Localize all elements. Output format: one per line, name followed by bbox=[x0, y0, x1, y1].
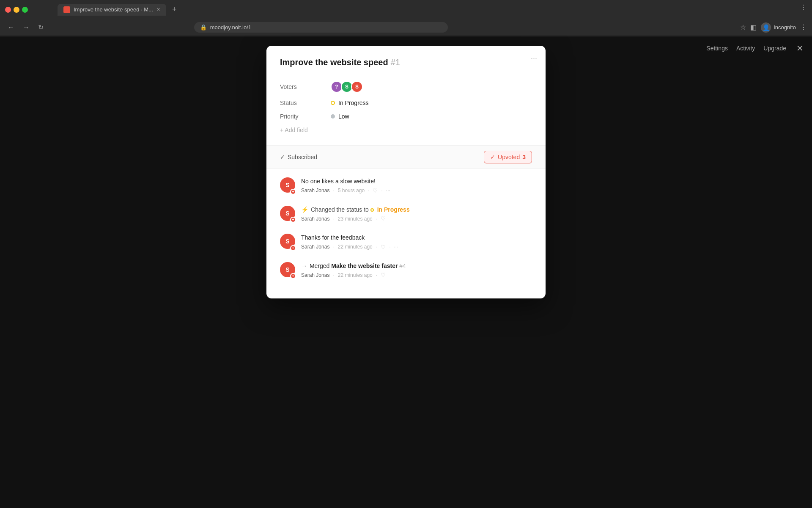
voters-field-row: Voters ? S S bbox=[280, 77, 532, 96]
subscribed-button[interactable]: ✓ Subscribed bbox=[280, 154, 317, 160]
tab-bar: Improve the website speed · M... ✕ + bbox=[52, 3, 186, 16]
tab-title: Improve the website speed · M... bbox=[74, 6, 153, 13]
merged-number: #4 bbox=[399, 262, 406, 269]
incognito-avatar: 👤 bbox=[761, 22, 771, 33]
avatar-wrap-4: S bbox=[280, 262, 295, 279]
dot-9: · bbox=[333, 272, 334, 278]
fields-section: Voters ? S S Status In Progress bbox=[266, 77, 546, 145]
modal-title: Improve the website speed#1 bbox=[280, 58, 532, 67]
top-nav: Settings Activity Upgrade ✕ bbox=[698, 37, 812, 59]
settings-nav-item[interactable]: Settings bbox=[706, 45, 728, 52]
lock-icon: 🔒 bbox=[200, 24, 207, 30]
activity-meta-4: Sarah Jonas · 22 minutes ago · ♡ bbox=[301, 272, 532, 278]
more-button-3[interactable]: ··· bbox=[394, 244, 398, 250]
activity-time-2: 23 minutes ago bbox=[338, 216, 373, 222]
minimize-button[interactable] bbox=[14, 7, 19, 13]
like-button-4[interactable]: ♡ bbox=[381, 272, 386, 278]
upvoted-label: Upvoted bbox=[498, 154, 520, 160]
voter-avatar-3: S bbox=[351, 81, 363, 93]
avatar-wrap-1: S bbox=[280, 177, 295, 194]
avatar-wrap-3: S bbox=[280, 234, 295, 250]
upvoted-button[interactable]: ✓ Upvoted 3 bbox=[484, 151, 532, 163]
new-tab-button[interactable]: + bbox=[168, 3, 181, 16]
nav-right: ☆ ◧ 👤 Incognito ⋮ bbox=[740, 22, 807, 33]
status-change-value: In Progress bbox=[377, 206, 410, 213]
activity-author-1: Sarah Jonas bbox=[301, 188, 329, 193]
activity-time-3: 22 minutes ago bbox=[338, 244, 373, 250]
add-field-button[interactable]: + Add field bbox=[280, 123, 532, 137]
maximize-button[interactable] bbox=[22, 7, 28, 13]
like-button-2[interactable]: ♡ bbox=[381, 215, 386, 222]
tab-close-icon[interactable]: ✕ bbox=[156, 7, 160, 12]
modal-options-button[interactable]: ··· bbox=[531, 54, 537, 63]
activity-item-3: S Thanks for the feedback Sarah Jonas · … bbox=[280, 234, 532, 250]
activity-time-1: 5 hours ago bbox=[338, 188, 365, 193]
priority-dot bbox=[331, 114, 335, 119]
status-value: In Progress bbox=[331, 99, 369, 106]
like-button-3[interactable]: ♡ bbox=[381, 244, 386, 250]
activity-content-3: Thanks for the feedback Sarah Jonas · 22… bbox=[301, 234, 532, 250]
activity-author-3: Sarah Jonas bbox=[301, 244, 329, 250]
forward-button[interactable]: → bbox=[20, 22, 32, 33]
flash-icon: ⚡ bbox=[301, 206, 308, 213]
status-change-dot bbox=[370, 208, 374, 212]
priority-text: Low bbox=[338, 113, 349, 120]
activity-author-2: Sarah Jonas bbox=[301, 216, 329, 222]
activity-meta-2: Sarah Jonas · 23 minutes ago · ♡ bbox=[301, 215, 532, 222]
incognito-badge[interactable]: 👤 Incognito bbox=[761, 22, 796, 33]
modal-title-text: Improve the website speed bbox=[280, 58, 388, 67]
refresh-button[interactable]: ↻ bbox=[36, 22, 46, 33]
check-icon: ✓ bbox=[280, 154, 285, 160]
activity-content-2: ⚡ Changed the status to In Progress Sara… bbox=[301, 206, 532, 222]
status-text: In Progress bbox=[338, 99, 369, 106]
title-bar: Improve the website speed · M... ✕ + ⋮ bbox=[0, 0, 812, 19]
status-change-prefix: Changed the status to bbox=[311, 206, 370, 213]
browser-options-icon[interactable]: ⋮ bbox=[800, 23, 807, 31]
status-label: Status bbox=[280, 99, 331, 106]
modal-header: ··· Improve the website speed#1 bbox=[266, 46, 546, 67]
merged-prefix: Merged bbox=[310, 262, 331, 269]
priority-field-row[interactable]: Priority Low bbox=[280, 110, 532, 123]
activity-nav-item[interactable]: Activity bbox=[736, 45, 755, 52]
dot-3: · bbox=[381, 188, 382, 193]
dot-4: · bbox=[333, 216, 334, 222]
browser-menu-icon[interactable]: ⋮ bbox=[800, 3, 807, 11]
activity-meta-1: Sarah Jonas · 5 hours ago · ♡ · ··· bbox=[301, 188, 532, 194]
back-button[interactable]: ← bbox=[5, 22, 17, 33]
tab-favicon bbox=[63, 6, 70, 13]
extension-icon[interactable]: ◧ bbox=[750, 23, 757, 31]
traffic-lights bbox=[5, 7, 28, 13]
activity-item: S No one likes a slow website! Sarah Jon… bbox=[280, 177, 532, 194]
avatar-badge-1 bbox=[290, 189, 296, 195]
avatar-badge-2 bbox=[290, 217, 296, 223]
merge-text: → Merged Make the website faster #4 bbox=[301, 262, 532, 271]
avatar-badge-4 bbox=[290, 273, 296, 279]
active-tab[interactable]: Improve the website speed · M... ✕ bbox=[58, 4, 166, 16]
upvote-check-icon: ✓ bbox=[490, 154, 495, 160]
close-icon[interactable]: ✕ bbox=[796, 43, 804, 53]
status-field-row[interactable]: Status In Progress bbox=[280, 96, 532, 110]
priority-value: Low bbox=[331, 113, 349, 120]
merge-icon: → bbox=[301, 262, 307, 269]
issue-number: #1 bbox=[391, 58, 400, 67]
activity-item-2: S ⚡ Changed the status to In Progress Sa… bbox=[280, 206, 532, 222]
avatar-badge-3 bbox=[290, 245, 296, 251]
merged-title[interactable]: Make the website faster bbox=[331, 262, 398, 269]
subscribed-label: Subscribed bbox=[288, 154, 317, 160]
comment-text-1: No one likes a slow website! bbox=[301, 177, 532, 186]
upgrade-nav-item[interactable]: Upgrade bbox=[763, 45, 786, 52]
modal: ··· Improve the website speed#1 Voters ?… bbox=[266, 46, 546, 298]
like-button-1[interactable]: ♡ bbox=[373, 188, 378, 194]
action-bar: ✓ Subscribed ✓ Upvoted 3 bbox=[266, 146, 546, 169]
dot-1: · bbox=[333, 188, 334, 193]
modal-overlay: ··· Improve the website speed#1 Voters ?… bbox=[0, 37, 812, 508]
more-button-1[interactable]: ··· bbox=[386, 188, 390, 193]
bookmark-icon[interactable]: ☆ bbox=[740, 23, 746, 31]
address-bar[interactable]: 🔒 moodjoy.nolt.io/1 bbox=[194, 22, 448, 33]
activity-item-4: S → Merged Make the website faster #4 Sa… bbox=[280, 262, 532, 279]
voters-avatars: ? S S bbox=[331, 81, 363, 93]
incognito-label: Incognito bbox=[774, 24, 796, 30]
activity-author-4: Sarah Jonas bbox=[301, 272, 329, 278]
voters-label: Voters bbox=[280, 83, 331, 90]
close-button[interactable] bbox=[5, 7, 11, 13]
